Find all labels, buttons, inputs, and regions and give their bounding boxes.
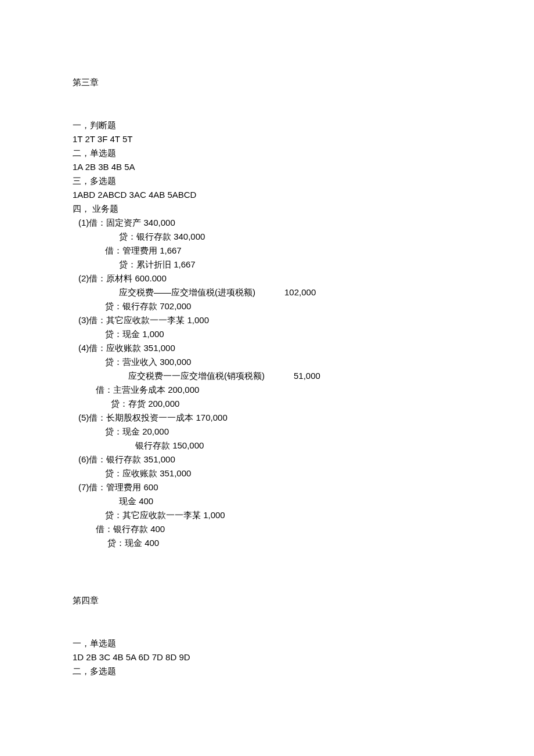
entry-4-line-1: (4)借：应收账款 351,000: [73, 341, 461, 355]
entry-6-line-2: 贷：应收账款 351,000: [73, 466, 461, 480]
entry-4-line-3: 应交税费一一应交增值税(销项税额)51,000: [73, 369, 461, 383]
entry-6-line-1: (6)借：银行存款 351,000: [73, 453, 461, 466]
entry-4-line-4: 借：主营业务成本 200,000: [73, 383, 461, 397]
ch4-section-1-answers: 1D 2B 3C 4B 5A 6D 7D 8D 9D: [73, 650, 461, 664]
entry-4-line-3-text: 应交税费一一应交增值税(销项税额): [128, 371, 265, 381]
entry-4-line-5: 贷：存货 200,000: [73, 397, 461, 411]
section-2-label: 二，单选题: [73, 146, 461, 160]
entry-2-line-2-text: 应交税费——应交增值税(进项税额): [119, 287, 255, 297]
entry-1-line-4: 贷：累计折旧 1,667: [73, 258, 461, 272]
entry-2-line-3: 贷：银行存款 702,000: [73, 299, 461, 313]
entry-5-line-3: 银行存款 150,000: [73, 439, 461, 453]
entry-7-line-1: (7)借：管理费用 600: [73, 480, 461, 494]
entry-1-line-1: (1)借：固定资产 340,000: [73, 216, 461, 230]
entry-5-line-2: 贷：现金 20,000: [73, 425, 461, 439]
ch4-section-2-label: 二，多选题: [73, 664, 461, 678]
document-page: 第三章 一，判断题 1T 2T 3F 4T 5T 二，单选题 1A 2B 3B …: [0, 0, 534, 756]
section-2-answers: 1A 2B 3B 4B 5A: [73, 160, 461, 174]
entry-1-line-3: 借：管理费用 1,667: [73, 244, 461, 258]
entry-4-line-3-amount: 51,000: [294, 371, 320, 381]
entry-7-line-5: 贷：现金 400: [73, 536, 461, 550]
entry-3-line-1: (3)借：其它应收款一一李某 1,000: [73, 313, 461, 327]
entry-4-line-2: 贷：营业收入 300,000: [73, 355, 461, 369]
entry-7-line-4: 借：银行存款 400: [73, 522, 461, 536]
entry-2-line-2: 应交税费——应交增值税(进项税额)102,000: [73, 285, 461, 299]
section-4-label: 四， 业务题: [73, 202, 461, 216]
section-3-answers: 1ABD 2ABCD 3AC 4AB 5ABCD: [73, 188, 461, 202]
chapter-4-title: 第四章: [73, 594, 461, 607]
entry-7-line-2: 现金 400: [73, 494, 461, 508]
entry-5-line-1: (5)借：长期股权投资一一成本 170,000: [73, 411, 461, 425]
entry-3-line-2: 贷：现金 1,000: [73, 327, 461, 341]
entry-1-line-2: 贷：银行存款 340,000: [73, 230, 461, 244]
section-3-label: 三，多选题: [73, 174, 461, 188]
section-1-label: 一，判断题: [73, 118, 461, 132]
ch4-section-1-label: 一，单选题: [73, 636, 461, 650]
section-1-answers: 1T 2T 3F 4T 5T: [73, 132, 461, 146]
entry-7-line-3: 贷：其它应收款一一李某 1,000: [73, 508, 461, 522]
entry-2-line-2-amount: 102,000: [284, 287, 316, 297]
chapter-3-title: 第三章: [73, 75, 461, 89]
entry-2-line-1: (2)借：原材料 600.000: [73, 272, 461, 285]
